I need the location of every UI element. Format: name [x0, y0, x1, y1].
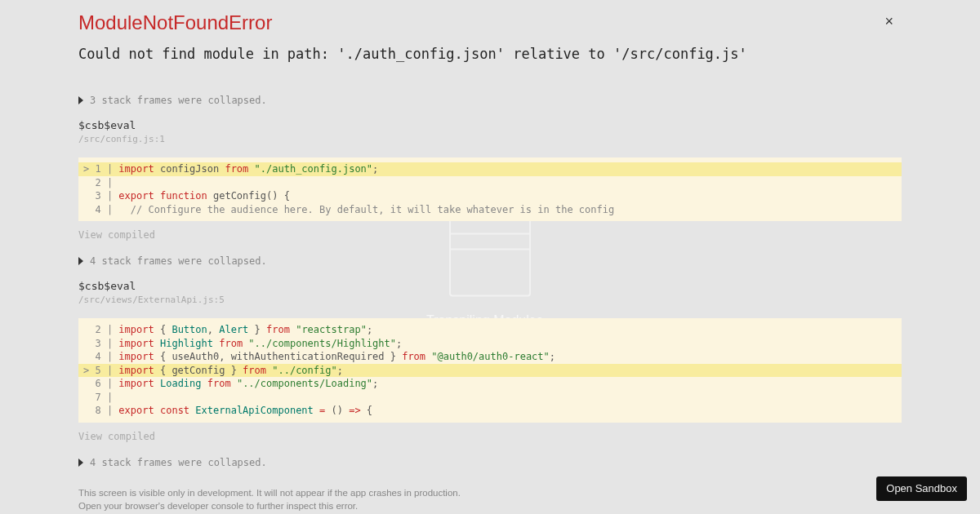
code-line: 4 | // Configure the audience here. By d… [78, 203, 902, 217]
footer-note: This screen is visible only in developme… [78, 486, 902, 515]
code-line: 2 | [78, 176, 902, 190]
open-sandbox-label: Open Sandbox [886, 482, 957, 495]
code-line: 6 | import Loading from "../components/L… [78, 377, 902, 391]
error-overlay: × ModuleNotFoundError Could not find mod… [0, 0, 980, 514]
open-sandbox-button[interactable]: Open Sandbox [876, 476, 967, 501]
code-line: 3 | import Highlight from "../components… [78, 337, 902, 351]
code-line: 8 | export const ExternalApiComponent = … [78, 404, 902, 418]
code-line: 7 | [78, 391, 902, 405]
code-line: > 5 | import { getConfig } from "../conf… [78, 364, 902, 378]
view-compiled-link[interactable]: View compiled [78, 229, 902, 241]
close-button[interactable]: × [884, 13, 893, 30]
code-line: 4 | import { useAuth0, withAuthenticatio… [78, 350, 902, 364]
collapse-text: 4 stack frames were collapsed. [90, 457, 267, 468]
frame-location[interactable]: /src/views/ExternalApi.js:5 [78, 295, 902, 305]
footer-line: Open your browser's developer console to… [78, 499, 902, 513]
chevron-right-icon [78, 257, 83, 265]
frame-location[interactable]: /src/config.js:1 [78, 134, 902, 144]
error-message: Could not find module in path: './auth_c… [78, 46, 902, 62]
frame-title: $csb$eval [78, 280, 902, 292]
collapse-toggle-1[interactable]: 3 stack frames were collapsed. [78, 95, 902, 106]
code-block-2: 2 | import { Button, Alert } from "react… [78, 318, 902, 423]
code-line: > 1 | import configJson from "./auth_con… [78, 162, 902, 176]
collapse-toggle-3[interactable]: 4 stack frames were collapsed. [78, 457, 902, 468]
footer-line: This screen is visible only in developme… [78, 486, 902, 500]
error-title: ModuleNotFoundError [78, 11, 902, 34]
collapse-text: 3 stack frames were collapsed. [90, 95, 267, 106]
collapse-toggle-2[interactable]: 4 stack frames were collapsed. [78, 255, 902, 267]
code-line: 3 | export function getConfig() { [78, 189, 902, 203]
frame-title: $csb$eval [78, 119, 902, 131]
code-line: 2 | import { Button, Alert } from "react… [78, 323, 902, 337]
chevron-right-icon [78, 459, 83, 467]
collapse-text: 4 stack frames were collapsed. [90, 255, 267, 267]
chevron-right-icon [78, 96, 83, 104]
view-compiled-link[interactable]: View compiled [78, 431, 902, 442]
code-block-1: > 1 | import configJson from "./auth_con… [78, 157, 902, 221]
